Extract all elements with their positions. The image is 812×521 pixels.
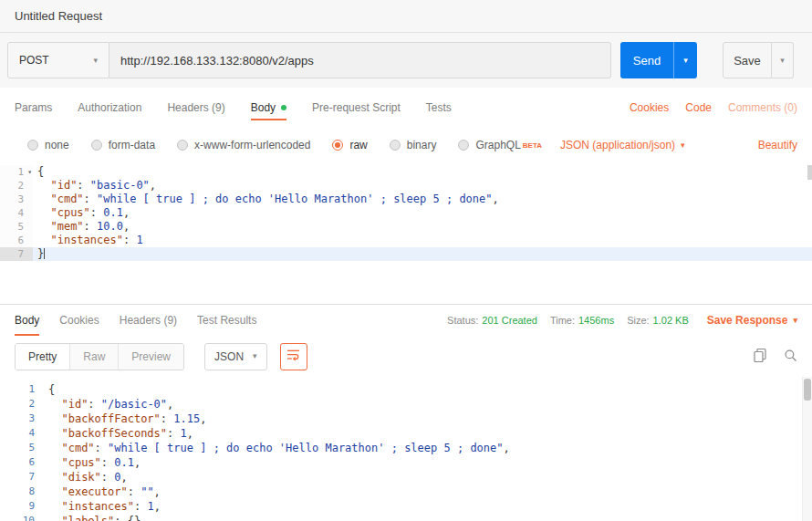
bodytype-binary[interactable]: binary	[390, 139, 437, 151]
fold-arrow-icon[interactable]: ▾	[27, 165, 32, 179]
code-line[interactable]: 1{	[0, 382, 812, 397]
code-line[interactable]: 4 "backoffSeconds": 1,	[0, 426, 812, 441]
tab-headers[interactable]: Headers (9)	[167, 88, 224, 128]
content-type-select[interactable]: JSON (application/json) ▾	[560, 139, 685, 151]
status-label: Status:	[447, 315, 478, 326]
code-text: "executor": "",	[44, 485, 812, 499]
response-tab-body[interactable]: Body	[15, 305, 39, 336]
response-scrollbar-thumb[interactable]	[804, 379, 811, 401]
radio-icon	[177, 140, 188, 151]
body-type-bar: none form-data x-www-form-urlencoded raw…	[0, 128, 812, 162]
wrap-text-button[interactable]	[280, 343, 307, 370]
bodytype-graphql[interactable]: GraphQL BETA	[458, 139, 542, 151]
code-line[interactable]: 5 "mem": 10.0,	[0, 220, 812, 234]
tab-body[interactable]: Body	[251, 88, 286, 128]
copy-icon	[753, 348, 767, 365]
code-line[interactable]: 8 "executor": "",	[0, 485, 812, 499]
send-options-button[interactable]: ▾	[673, 42, 697, 78]
tab-authorization[interactable]: Authorization	[78, 88, 141, 128]
code-line[interactable]: 6 "instances": 1	[0, 234, 812, 247]
response-body-viewer[interactable]: 1{2 "id": "/basic-0",3 "backoffFactor": …	[0, 377, 812, 521]
radio-icon	[458, 140, 469, 151]
request-builder-bar: POST ▾ Send ▾ Save ▾	[0, 33, 812, 88]
tab-tests[interactable]: Tests	[426, 88, 452, 128]
url-input[interactable]	[109, 42, 611, 78]
save-response-button[interactable]: Save Response ▾	[707, 314, 797, 327]
response-tab-headers[interactable]: Headers (9)	[120, 305, 177, 336]
bodytype-raw[interactable]: raw	[332, 139, 367, 151]
code-text: "cmd": "while [ true ] ; do echo 'Hello …	[44, 441, 812, 455]
code-line[interactable]: 5 "cmd": "while [ true ] ; do echo 'Hell…	[0, 441, 812, 455]
code-line[interactable]: 2 "id": "basic-0",	[0, 179, 812, 193]
code-line[interactable]: 4 "cpus": 0.1,	[0, 206, 812, 220]
response-toolbar-right	[753, 348, 797, 365]
save-options-button[interactable]: ▾	[772, 42, 794, 78]
response-section: Body Cookies Headers (9) Test Results St…	[0, 304, 812, 521]
code-line[interactable]: 7 "disk": 0,	[0, 470, 812, 485]
comments-link[interactable]: Comments (0)	[728, 101, 797, 114]
response-tab-test-results[interactable]: Test Results	[197, 305, 256, 336]
line-number: 9	[0, 499, 44, 514]
code-line[interactable]: 10 "labels": {},	[0, 514, 812, 521]
code-line[interactable]: 2 "id": "/basic-0",	[0, 397, 812, 412]
line-number: 5	[0, 220, 33, 234]
search-icon	[784, 349, 797, 365]
response-meta-bar: Body Cookies Headers (9) Test Results St…	[0, 305, 812, 336]
line-number: 1▾	[0, 165, 33, 179]
text-cursor	[44, 248, 45, 259]
line-number: 5	[0, 441, 44, 455]
code-text: "id": "basic-0",	[33, 179, 812, 193]
chevron-down-icon: ▾	[253, 352, 257, 360]
view-pretty-button[interactable]: Pretty	[16, 344, 70, 370]
code-line[interactable]: 6 "cpus": 0.1,	[0, 455, 812, 470]
code-text: "instances": 1,	[44, 499, 812, 514]
bodytype-urlencoded[interactable]: x-www-form-urlencoded	[177, 139, 310, 151]
tab-prerequest-script[interactable]: Pre-request Script	[312, 88, 401, 128]
code-text: "instances": 1	[33, 234, 812, 247]
line-number: 6	[0, 234, 33, 247]
view-preview-button[interactable]: Preview	[119, 344, 183, 370]
chevron-down-icon: ▾	[681, 141, 685, 150]
send-split-button: Send ▾	[620, 42, 697, 78]
copy-response-button[interactable]	[753, 348, 767, 365]
beta-badge: BETA	[523, 141, 542, 150]
cookies-link[interactable]: Cookies	[630, 101, 669, 114]
radio-icon	[27, 140, 38, 151]
size-value: 1.02 KB	[653, 315, 689, 326]
view-raw-button[interactable]: Raw	[70, 344, 119, 370]
code-text: {	[33, 165, 812, 179]
chevron-down-icon: ▾	[780, 56, 785, 65]
code-text: "cpus": 0.1,	[44, 455, 812, 470]
size-label: Size:	[627, 315, 649, 326]
request-tabs-bar: Params Authorization Headers (9) Body Pr…	[0, 88, 812, 128]
response-scrollbar[interactable]	[802, 377, 812, 521]
code-line[interactable]: 7}	[0, 247, 812, 261]
code-line[interactable]: 3 "backoffFactor": 1.15,	[0, 412, 812, 426]
save-button[interactable]: Save	[723, 42, 772, 78]
beautify-link[interactable]: Beautify	[758, 139, 797, 151]
code-line[interactable]: 9 "instances": 1,	[0, 499, 812, 514]
line-number: 4	[0, 426, 44, 441]
editor-scrollbar-thumb[interactable]	[807, 165, 812, 180]
request-title: Untitled Request	[15, 9, 102, 23]
tab-params[interactable]: Params	[15, 88, 52, 128]
bodytype-form-data[interactable]: form-data	[91, 139, 155, 151]
method-select[interactable]: POST ▾	[7, 42, 109, 78]
code-text: "backoffFactor": 1.15,	[44, 412, 812, 426]
code-text: "disk": 0,	[44, 470, 812, 485]
search-response-button[interactable]	[784, 349, 797, 365]
response-stats: Status: 201 Created Time: 1456ms Size: 1…	[434, 314, 797, 327]
line-number: 6	[0, 455, 44, 470]
response-tab-cookies[interactable]: Cookies	[59, 305, 99, 336]
response-toolbar: Pretty Raw Preview JSON ▾	[0, 336, 812, 377]
response-format-select[interactable]: JSON ▾	[204, 343, 267, 370]
method-value: POST	[19, 54, 49, 67]
code-line[interactable]: 1▾{	[0, 165, 812, 179]
bodytype-none[interactable]: none	[27, 139, 69, 151]
code-line[interactable]: 3 "cmd": "while [ true ] ; do echo 'Hell…	[0, 193, 812, 206]
code-link[interactable]: Code	[685, 101, 712, 114]
code-text: }	[33, 247, 812, 261]
request-body-editor[interactable]: 1▾{2 "id": "basic-0",3 "cmd": "while [ t…	[0, 162, 812, 304]
line-number: 1	[0, 382, 44, 397]
send-button[interactable]: Send	[620, 42, 673, 78]
